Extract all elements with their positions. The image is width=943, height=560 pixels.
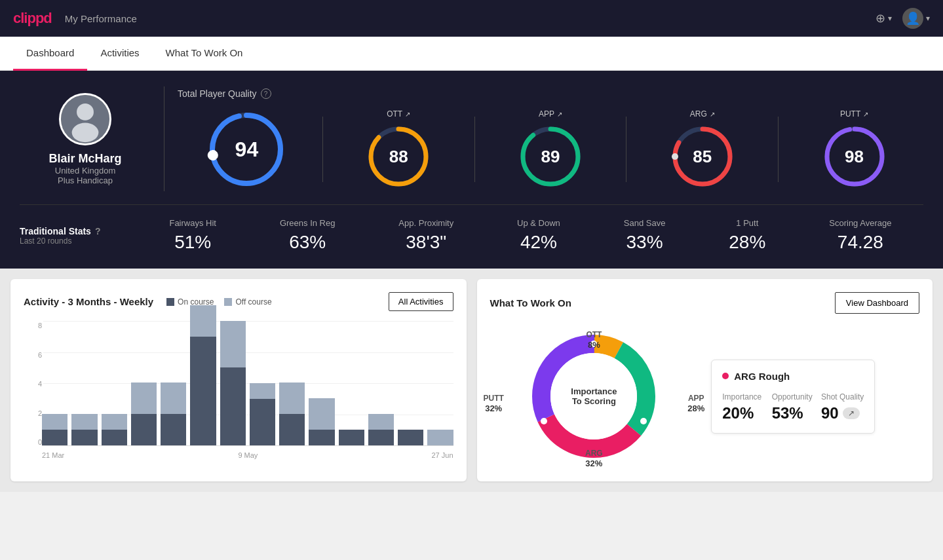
svg-point-2 [72, 122, 99, 142]
avatar [59, 93, 111, 145]
x-label-may: 9 May [238, 451, 258, 459]
donut-label-ott: OTT 8% [586, 328, 602, 350]
player-name: Blair McHarg [48, 152, 121, 166]
stat-up-down: Up & Down 42% [517, 218, 560, 253]
arg-label: ARG ↗ [690, 109, 715, 119]
chart-legend: On course Off course [166, 297, 272, 307]
player-avatar-image [61, 93, 109, 145]
stat-scoring-average: Scoring Average 74.28 [829, 218, 891, 253]
legend-off-course: Off course [224, 297, 271, 307]
total-score-value: 94 [235, 138, 259, 162]
bar-group-5 [161, 383, 186, 445]
svg-point-22 [640, 418, 647, 424]
svg-point-23 [541, 418, 547, 424]
header: clippd My Performance ⊕ ▾ 👤 ▾ [0, 0, 943, 37]
wtwo-content: Importance To Scoring OTT 8% APP 28% ARG… [490, 324, 920, 468]
header-left: clippd My Performance [13, 10, 137, 27]
stats-label-section: Traditional Stats ? Last 20 rounds [20, 226, 138, 246]
bar-group-4 [131, 383, 157, 445]
all-activities-button[interactable]: All Activities [389, 292, 453, 311]
wtwo-title: What To Work On [490, 297, 571, 308]
info-card-stats: Importance 20% Opportunity 53% Shot Qual… [722, 392, 864, 422]
score-divider-4 [778, 117, 779, 182]
what-to-work-on-panel: What To Work On View Dashboard [477, 279, 933, 481]
score-divider-1 [322, 117, 323, 182]
view-dashboard-button[interactable]: View Dashboard [835, 292, 919, 314]
info-card-title: ARG Rough [722, 371, 864, 382]
svg-point-20 [550, 353, 637, 439]
bar-group-13 [398, 430, 423, 445]
nav-tabs: Dashboard Activities What To Work On [0, 37, 943, 71]
arg-trend-icon: ↗ [710, 111, 715, 118]
quality-label: Total Player Quality ? [178, 88, 923, 99]
user-chevron-icon: ▾ [926, 14, 930, 23]
traditional-stats: Traditional Stats ? Last 20 rounds Fairw… [20, 204, 923, 253]
header-title: My Performance [65, 13, 137, 24]
stats-help-icon[interactable]: ? [95, 226, 101, 236]
chevron-down-icon: ▾ [888, 14, 892, 23]
stats-subtitle: Last 20 rounds [20, 236, 138, 246]
stats-values: Fairways Hit 51% Greens In Reg 63% App. … [138, 218, 923, 253]
stat-shot-quality: Shot Quality 90 ↗ [821, 392, 864, 422]
bar-group-10 [309, 398, 334, 445]
help-icon[interactable]: ? [261, 88, 271, 99]
bar-group-7 [220, 321, 246, 445]
bar-group-3 [102, 414, 127, 445]
y-label-0: 0 [26, 438, 42, 446]
y-label-4: 4 [26, 380, 42, 388]
bar-group-6 [190, 305, 216, 445]
ott-label: OTT ↗ [387, 109, 410, 119]
info-card-dot [722, 373, 729, 379]
donut-section: Importance To Scoring OTT 8% APP 28% ARG… [490, 324, 699, 468]
add-button[interactable]: ⊕ ▾ [876, 11, 892, 26]
logo: clippd [13, 10, 52, 27]
activity-chart-title: Activity - 3 Months - Weekly [24, 296, 153, 307]
on-course-dot [166, 298, 174, 306]
bottom-panels: Activity - 3 Months - Weekly On course O… [0, 269, 943, 492]
player-profile: Blair McHarg United Kingdom Plus Handica… [20, 93, 151, 185]
svg-point-1 [77, 103, 94, 120]
stat-fairways-hit: Fairways Hit 51% [169, 218, 216, 253]
hero-top: Blair McHarg United Kingdom Plus Handica… [20, 86, 923, 191]
stat-opportunity: Opportunity 53% [772, 392, 815, 422]
svg-point-5 [207, 149, 219, 162]
app-score: APP ↗ 89 [482, 109, 620, 189]
tab-dashboard[interactable]: Dashboard [13, 37, 87, 71]
wtwo-header: What To Work On View Dashboard [490, 292, 920, 314]
header-right: ⊕ ▾ 👤 ▾ [876, 8, 930, 29]
info-card-wrap: ARG Rough Importance 20% Opportunity 53%… [711, 324, 919, 468]
plus-icon: ⊕ [876, 11, 885, 26]
total-score: 94 [178, 110, 316, 189]
tab-activities[interactable]: Activities [87, 37, 152, 71]
vertical-divider [164, 86, 164, 191]
stat-sand-save: Sand Save 33% [624, 218, 666, 253]
chart-area: 0 2 4 6 8 [24, 322, 453, 466]
bar-group-11 [339, 430, 364, 445]
arg-score-value: 85 [693, 147, 712, 167]
svg-point-12 [672, 153, 678, 160]
shot-quality-pill: ↗ [843, 407, 860, 419]
bar-group-14 [427, 430, 453, 445]
player-handicap: Plus Handicap [58, 176, 113, 185]
bar-group-12 [368, 414, 394, 445]
putt-trend-icon: ↗ [863, 111, 868, 118]
y-label-2: 2 [26, 409, 42, 417]
x-label-jun: 27 Jun [431, 451, 453, 459]
y-label-6: 6 [26, 351, 42, 359]
donut-label-arg: ARG 32% [585, 447, 603, 468]
y-label-8: 8 [26, 322, 42, 329]
app-score-value: 89 [541, 147, 560, 167]
quality-scores: 94 OTT ↗ 88 [178, 109, 923, 189]
tab-what-to-work-on[interactable]: What To Work On [153, 37, 256, 71]
score-divider-2 [474, 117, 475, 182]
stats-title: Traditional Stats ? [20, 226, 138, 236]
ott-trend-icon: ↗ [405, 111, 410, 118]
user-menu-button[interactable]: 👤 ▾ [902, 8, 930, 29]
putt-score-value: 98 [845, 147, 864, 167]
stat-app-proximity: App. Proximity 38'3" [398, 218, 453, 253]
avatar: 👤 [902, 8, 923, 29]
donut-label-app: APP 28% [687, 392, 704, 413]
stat-1-putt: 1 Putt 28% [729, 218, 765, 253]
activity-chart-panel: Activity - 3 Months - Weekly On course O… [10, 279, 467, 481]
app-label: APP ↗ [539, 109, 562, 119]
